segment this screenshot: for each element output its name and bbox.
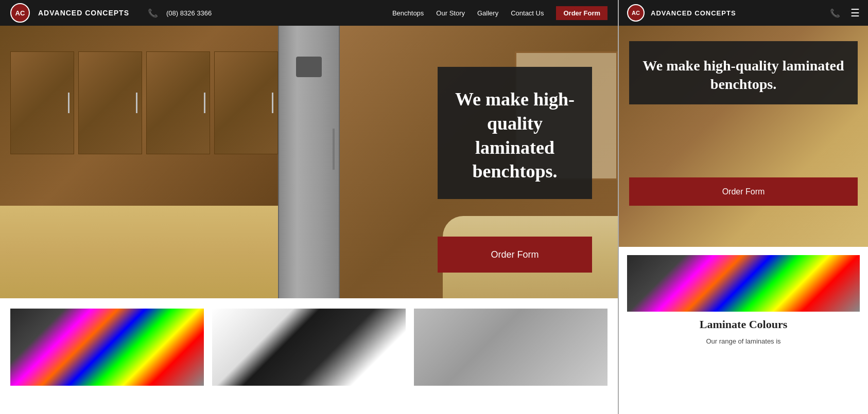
desktop-view: AC ADVANCED CONCEPTS 📞 (08) 8326 3366 Be… xyxy=(0,0,618,414)
mobile-hero-headline: We make high-quality laminated benchtops… xyxy=(639,57,847,94)
phone-number: (08) 8326 3366 xyxy=(166,9,212,17)
mobile-section-title: Laminate Colours xyxy=(627,318,860,331)
upper-cabinets xyxy=(10,51,278,154)
left-cabinets xyxy=(0,26,278,298)
desktop-navbar: AC ADVANCED CONCEPTS 📞 (08) 8326 3366 Be… xyxy=(0,0,618,26)
mobile-view: AC ADVANCED CONCEPTS 📞 ☰ We make high-qu… xyxy=(618,0,868,414)
hero-order-form-label: Order Form xyxy=(491,249,539,260)
hero-text-box: We make high-quality laminated benchtops… xyxy=(438,67,592,199)
cabinet-door-1 xyxy=(10,51,74,154)
cabinet-handle-3 xyxy=(204,93,205,113)
mobile-hero: We make high-quality laminated benchtops… xyxy=(619,26,868,247)
desktop-hero: We make high-quality laminated benchtops… xyxy=(0,26,618,298)
nav-gallery[interactable]: Gallery xyxy=(477,9,498,17)
kitchen-dark-thumbnail[interactable] xyxy=(212,309,406,386)
fridge xyxy=(278,26,340,298)
cabinet-door-2 xyxy=(78,51,142,154)
mobile-order-form-button[interactable]: Order Form xyxy=(629,177,858,206)
laminate-colours-thumbnail[interactable] xyxy=(10,309,204,386)
cabinet-handle-4 xyxy=(272,93,273,113)
cabinet-handle-2 xyxy=(136,93,137,113)
hero-headline: We make high-quality laminated benchtops… xyxy=(453,87,577,184)
phone-icon: 📞 xyxy=(148,8,158,18)
nav-order-form[interactable]: Order Form xyxy=(556,6,607,20)
cabinet-door-4 xyxy=(214,51,278,154)
hero-order-form-button[interactable]: Order Form xyxy=(438,237,592,273)
mobile-logo[interactable]: AC xyxy=(627,4,645,22)
edge-profile-thumbnail[interactable] xyxy=(414,309,607,386)
cabinet-door-3 xyxy=(146,51,210,154)
mobile-laminate-thumbnail[interactable] xyxy=(627,255,860,312)
desktop-logo[interactable]: AC xyxy=(10,3,30,23)
nav-our-story[interactable]: Our Story xyxy=(436,9,465,17)
counter-top xyxy=(0,206,278,298)
nav-links: Benchtops Our Story Gallery Contact Us O… xyxy=(392,6,607,20)
nav-benchtops[interactable]: Benchtops xyxy=(392,9,424,17)
desktop-bottom-section xyxy=(0,298,618,414)
mobile-hero-text-box: We make high-quality laminated benchtops… xyxy=(629,41,858,104)
fridge-dispenser xyxy=(296,57,322,77)
mobile-section-desc: Our range of laminates is xyxy=(627,337,860,345)
cabinet-handle-1 xyxy=(68,93,70,113)
nav-contact[interactable]: Contact Us xyxy=(511,9,544,17)
mobile-bottom-section: Laminate Colours Our range of laminates … xyxy=(619,247,868,414)
desktop-brand-name: ADVANCED CONCEPTS xyxy=(38,9,129,17)
mobile-brand-name: ADVANCED CONCEPTS xyxy=(651,9,824,17)
mobile-order-form-label: Order Form xyxy=(722,187,765,196)
mobile-menu-icon[interactable]: ☰ xyxy=(850,7,860,19)
mobile-phone-icon[interactable]: 📞 xyxy=(830,8,840,18)
mobile-navbar: AC ADVANCED CONCEPTS 📞 ☰ xyxy=(619,0,868,26)
fridge-handle xyxy=(333,129,335,170)
